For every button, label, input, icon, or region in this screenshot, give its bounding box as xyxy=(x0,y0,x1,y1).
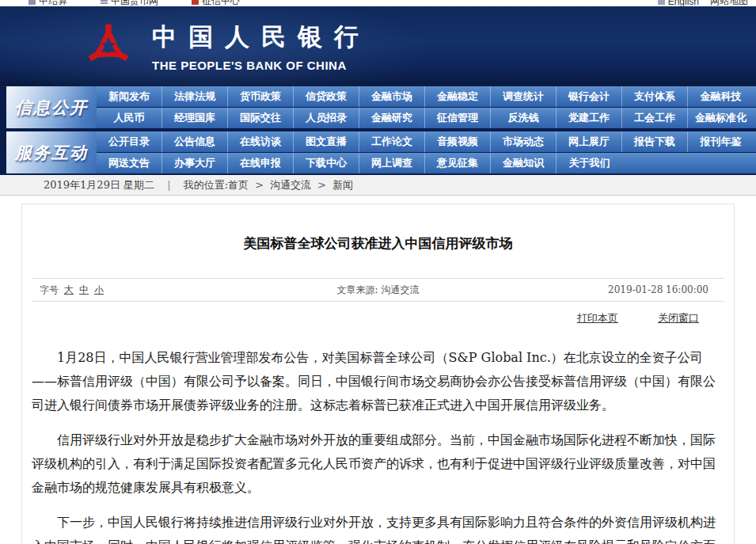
nav-item[interactable]: 市场动态 xyxy=(491,131,557,152)
nav-row: 网送文告办事大厅在线申报下载中心网上调查意见征集金融知识关于我们 xyxy=(97,153,756,173)
menu-icon xyxy=(101,0,108,5)
breadcrumb-item[interactable]: 沟通交流 xyxy=(270,179,311,191)
site-title: 中国人民银行 xyxy=(152,21,370,54)
nav-item[interactable]: 经理国库 xyxy=(162,108,228,128)
nav-item[interactable]: 征信管理 xyxy=(425,108,491,128)
nav-item[interactable]: 在线访谈 xyxy=(228,131,294,152)
nav-item[interactable]: 公开目录 xyxy=(97,131,162,152)
nav-item[interactable]: 党建工作 xyxy=(557,108,622,128)
nav-item[interactable]: 金融标准化 xyxy=(688,108,754,128)
close-window-link[interactable]: 关闭窗口 xyxy=(658,312,699,324)
print-page-link[interactable]: 打印本页 xyxy=(577,312,618,324)
nav-section-label[interactable]: 服务互动 xyxy=(6,131,97,173)
top-utility-bar: 中结算中国货币网征信中心 English网站地图 xyxy=(0,0,756,6)
nav-item[interactable]: 人民币 xyxy=(97,108,162,128)
nav-section-1: 信息公开新闻发布法律法规货币政策信贷政策金融市场金融稳定调查统计银行会计支付体系… xyxy=(0,86,756,128)
nav-item[interactable]: 人员招录 xyxy=(294,108,359,128)
source-value: 沟通交流 xyxy=(381,284,419,295)
topbar-link[interactable]: English xyxy=(658,0,699,6)
nav-item[interactable]: 图文直播 xyxy=(294,131,359,152)
main-nav: 信息公开新闻发布法律法规货币政策信贷政策金融市场金融稳定调查统计银行会计支付体系… xyxy=(0,86,756,175)
topbar-link-label: 征信中心 xyxy=(202,0,240,6)
topbar-link-label: 网站地图 xyxy=(710,0,748,6)
pbc-emblem-icon xyxy=(84,17,133,74)
breadcrumb-item: 新闻 xyxy=(332,179,353,191)
topbar-right: English网站地图 xyxy=(658,0,748,6)
nav-item[interactable]: 信贷政策 xyxy=(294,86,359,107)
topbar-link-label: 中结算 xyxy=(39,0,67,6)
article-panel: 美国标普全球公司获准进入中国信用评级市场 字号大中小 文章来源: 沟通交流 20… xyxy=(21,204,735,544)
page-body: 美国标普全球公司获准进入中国信用评级市场 字号大中小 文章来源: 沟通交流 20… xyxy=(0,204,756,544)
font-size-label: 字号 xyxy=(40,284,59,295)
nav-rows: 公开目录公告信息在线访谈图文直播工作论文音频视频市场动态网上展厅报告下载报刊年鉴… xyxy=(97,131,756,173)
article-paragraph: 信用评级行业对外开放是稳步扩大金融市场对外开放的重要组成部分。当前，中国金融市场… xyxy=(32,428,724,500)
article-datetime: 2019-01-28 16:00:00 xyxy=(503,284,724,295)
nav-item[interactable]: 下载中心 xyxy=(294,153,359,173)
nav-item[interactable]: 公告信息 xyxy=(162,131,228,152)
nav-row: 新闻发布法律法规货币政策信贷政策金融市场金融稳定调查统计银行会计支付体系金融科技 xyxy=(97,86,756,107)
topbar-link-label: 中国货币网 xyxy=(111,0,158,6)
nav-item[interactable]: 报刊年鉴 xyxy=(688,131,754,152)
topbar-left: 中结算中国货币网征信中心 xyxy=(28,0,240,6)
topbar-link[interactable]: 征信中心 xyxy=(192,0,240,6)
article-paragraph: 1月28日，中国人民银行营业管理部发布公告，对美国标普全球公司（S&P Glob… xyxy=(32,346,724,417)
current-date: 2019年1月29日 星期二 xyxy=(44,179,154,191)
nav-section-2: 服务互动公开目录公告信息在线访谈图文直播工作论文音频视频市场动态网上展厅报告下载… xyxy=(0,131,756,173)
breadcrumb-separator: > xyxy=(317,179,326,191)
breadcrumb-separator: > xyxy=(255,179,264,191)
mail-icon xyxy=(658,0,665,5)
location-label: 我的位置: xyxy=(184,179,228,191)
article-actions: 打印本页 关闭窗口 xyxy=(32,302,724,325)
nav-item[interactable]: 网上展厅 xyxy=(557,131,622,152)
nav-item[interactable]: 报告下载 xyxy=(622,131,688,152)
article-paragraph: 下一步，中国人民银行将持续推进信用评级行业对外开放，支持更多具有国际影响力且符合… xyxy=(32,511,724,544)
nav-item[interactable]: 反洗钱 xyxy=(491,108,557,128)
nav-item[interactable]: 关于我们 xyxy=(557,153,622,173)
article-title: 美国标普全球公司获准进入中国信用评级市场 xyxy=(32,234,724,253)
nav-item[interactable]: 货币政策 xyxy=(228,86,294,107)
nav-item[interactable]: 国际交往 xyxy=(228,108,294,128)
font-size-links: 大中小 xyxy=(59,284,104,295)
topbar-link[interactable]: 网站地图 xyxy=(710,0,748,6)
nav-rows: 新闻发布法律法规货币政策信贷政策金融市场金融稳定调查统计银行会计支付体系金融科技… xyxy=(97,86,756,128)
nav-item[interactable]: 新闻发布 xyxy=(97,86,162,107)
nav-row: 公开目录公告信息在线访谈图文直播工作论文音频视频市场动态网上展厅报告下载报刊年鉴 xyxy=(97,131,756,152)
article-content: 1月28日，中国人民银行营业管理部发布公告，对美国标普全球公司（S&P Glob… xyxy=(32,346,724,544)
nav-item[interactable]: 办事大厅 xyxy=(162,153,228,173)
nav-item[interactable]: 在线申报 xyxy=(228,153,294,173)
nav-item[interactable]: 银行会计 xyxy=(557,86,622,107)
nav-item[interactable]: 意见征集 xyxy=(425,153,491,173)
breadcrumb: 2019年1月29日 星期二 | 我的位置:首页>沟通交流>新闻 xyxy=(0,175,756,196)
nav-item[interactable]: 金融研究 xyxy=(359,108,425,128)
font-size-link[interactable]: 小 xyxy=(94,284,104,295)
nav-item[interactable]: 法律法规 xyxy=(162,86,228,107)
topbar-link[interactable]: 中结算 xyxy=(28,0,67,6)
breadcrumb-path: 首页>沟通交流>新闻 xyxy=(228,179,353,191)
breadcrumb-item[interactable]: 首页 xyxy=(228,179,249,191)
document-icon xyxy=(28,0,36,5)
site-header: 中国人民银行 THE PEOPLE'S BANK OF CHINA xyxy=(0,6,756,86)
font-size-link[interactable]: 中 xyxy=(79,284,89,295)
source-label: 文章来源: xyxy=(337,284,378,295)
nav-item[interactable]: 音频视频 xyxy=(425,131,491,152)
nav-item[interactable]: 金融科技 xyxy=(688,86,754,107)
pbc-logo[interactable]: 中国人民银行 THE PEOPLE'S BANK OF CHINA xyxy=(84,17,370,74)
nav-item[interactable]: 金融稳定 xyxy=(425,86,491,107)
nav-item[interactable]: 网送文告 xyxy=(97,153,162,173)
breadcrumb-pipe: | xyxy=(167,179,170,191)
nav-item[interactable]: 支付体系 xyxy=(622,86,688,107)
font-size-link[interactable]: 大 xyxy=(64,284,74,295)
nav-item[interactable]: 金融知识 xyxy=(491,153,557,173)
topbar-link-label: English xyxy=(668,0,699,6)
nav-section-label[interactable]: 信息公开 xyxy=(6,86,97,128)
font-size-controls: 字号大中小 xyxy=(32,283,253,297)
flag-icon xyxy=(192,0,199,5)
nav-item[interactable]: 调查统计 xyxy=(491,86,557,107)
article-source: 文章来源: 沟通交流 xyxy=(253,283,503,297)
article-meta-bar: 字号大中小 文章来源: 沟通交流 2019-01-28 16:00:00 xyxy=(32,278,724,302)
nav-item[interactable]: 网上调查 xyxy=(359,153,425,173)
nav-item[interactable]: 工作论文 xyxy=(359,131,425,152)
nav-item[interactable]: 金融市场 xyxy=(359,86,425,107)
nav-item[interactable]: 工会工作 xyxy=(622,108,688,128)
topbar-link[interactable]: 中国货币网 xyxy=(101,0,158,6)
